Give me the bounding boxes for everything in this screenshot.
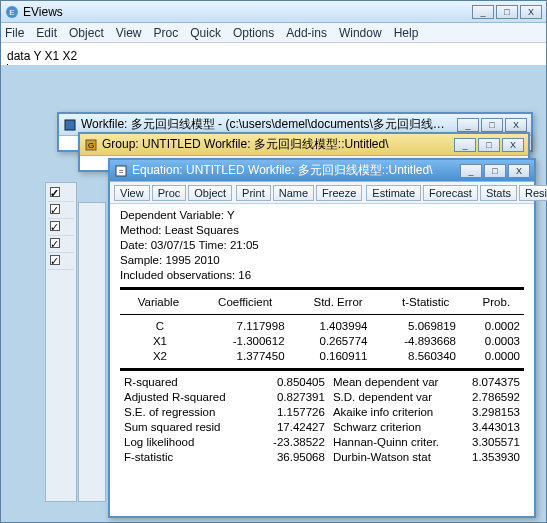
col-prob: Prob. [469, 294, 524, 310]
group-titlebar[interactable]: G Group: UNTITLED Workfile: 多元回归线模型::Unt… [80, 134, 528, 156]
group-side-strip [78, 202, 106, 502]
eviews-icon: E [5, 5, 19, 19]
table-row: C 7.117998 1.403994 5.069819 0.0002 [120, 319, 524, 334]
col-tstat: t-Statistic [383, 294, 469, 310]
workfile-icon [63, 118, 77, 132]
menu-quick[interactable]: Quick [190, 26, 221, 40]
menu-help[interactable]: Help [394, 26, 419, 40]
tbtn-proc[interactable]: Proc [152, 185, 187, 201]
app-maximize-button[interactable]: □ [496, 5, 518, 19]
equation-window[interactable]: = Equation: UNTITLED Workfile: 多元回归线模型::… [108, 158, 536, 518]
col-variable: Variable [120, 294, 197, 310]
tbtn-view[interactable]: View [114, 185, 150, 201]
menu-file[interactable]: File [5, 26, 24, 40]
tbtn-stats[interactable]: Stats [480, 185, 517, 201]
table-row: X1 -1.300612 0.265774 -4.893668 0.0003 [120, 334, 524, 349]
check-icon [50, 187, 60, 197]
method: Method: Least Squares [120, 223, 524, 238]
dep-var: Dependent Variable: Y [120, 208, 524, 223]
equation-icon: = [114, 164, 128, 178]
tbtn-forecast[interactable]: Forecast [423, 185, 478, 201]
command-text: data Y X1 X2 [7, 49, 540, 63]
equation-titlebar[interactable]: = Equation: UNTITLED Workfile: 多元回归线模型::… [110, 160, 534, 182]
group-maximize-button[interactable]: □ [478, 138, 500, 152]
group-title: Group: UNTITLED Workfile: 多元回归线模型::Untit… [102, 136, 450, 153]
menu-window[interactable]: Window [339, 26, 382, 40]
table-row: X2 1.377450 0.160911 8.560340 0.0000 [120, 349, 524, 364]
tbtn-print[interactable]: Print [236, 185, 271, 201]
tbtn-object[interactable]: Object [188, 185, 232, 201]
svg-text:=: = [119, 167, 124, 176]
workfile-side-strip [45, 182, 77, 502]
menu-edit[interactable]: Edit [36, 26, 57, 40]
app-close-button[interactable]: X [520, 5, 542, 19]
equation-minimize-button[interactable]: _ [460, 164, 482, 178]
equation-output: Dependent Variable: Y Method: Least Squa… [110, 204, 534, 471]
menu-proc[interactable]: Proc [154, 26, 179, 40]
svg-text:E: E [9, 8, 14, 17]
coefficient-rows: C 7.117998 1.403994 5.069819 0.0002 X1 -… [120, 319, 524, 364]
col-coefficient: Coefficient [197, 294, 294, 310]
sample: Sample: 1995 2010 [120, 253, 524, 268]
equation-close-button[interactable]: X [508, 164, 530, 178]
app-minimize-button[interactable]: _ [472, 5, 494, 19]
col-stderror: Std. Error [294, 294, 383, 310]
equation-maximize-button[interactable]: □ [484, 164, 506, 178]
svg-rect-2 [65, 120, 75, 130]
equation-toolbar: View Proc Object Print Name Freeze Estim… [110, 182, 534, 204]
app-titlebar[interactable]: E EViews _ □ X [1, 1, 546, 23]
group-icon: G [84, 138, 98, 152]
group-minimize-button[interactable]: _ [454, 138, 476, 152]
coefficient-table: Variable Coefficient Std. Error t-Statis… [120, 294, 524, 310]
group-close-button[interactable]: X [502, 138, 524, 152]
menu-options[interactable]: Options [233, 26, 274, 40]
menu-bar: File Edit Object View Proc Quick Options… [1, 23, 546, 43]
tbtn-name[interactable]: Name [273, 185, 314, 201]
tbtn-estimate[interactable]: Estimate [366, 185, 421, 201]
tbtn-resids[interactable]: Resids [519, 185, 547, 201]
stats-table: R-squared 0.850405 Mean dependent var 8.… [120, 375, 524, 465]
menu-object[interactable]: Object [69, 26, 104, 40]
svg-text:G: G [88, 141, 94, 150]
menu-addins[interactable]: Add-ins [286, 26, 327, 40]
tbtn-freeze[interactable]: Freeze [316, 185, 362, 201]
col-header [48, 185, 74, 202]
workfile-title: Workfile: 多元回归线模型 - (c:\users\demel\docu… [81, 116, 453, 133]
app-title: EViews [23, 5, 468, 19]
workfile-close-button[interactable]: X [505, 118, 527, 132]
nobs: Included observations: 16 [120, 268, 524, 283]
date-time: Date: 03/07/15 Time: 21:05 [120, 238, 524, 253]
menu-view[interactable]: View [116, 26, 142, 40]
workfile-maximize-button[interactable]: □ [481, 118, 503, 132]
equation-title: Equation: UNTITLED Workfile: 多元回归线模型::Un… [132, 162, 456, 179]
workfile-minimize-button[interactable]: _ [457, 118, 479, 132]
